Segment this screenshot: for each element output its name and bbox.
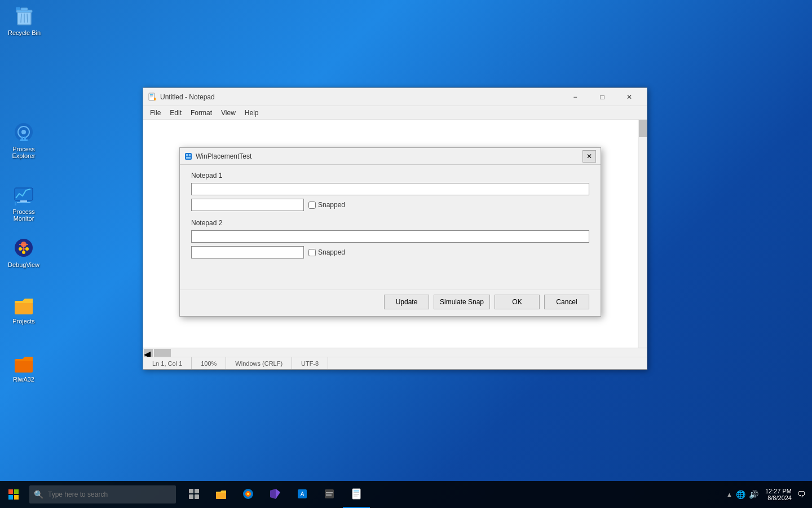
svg-point-23 <box>25 247 29 251</box>
svg-rect-30 <box>150 97 153 97</box>
menu-format[interactable]: Format <box>186 108 217 118</box>
taskbar-app6[interactable] <box>316 481 343 508</box>
notepad-menubar: File Edit Format View Help <box>143 106 647 120</box>
taskbar-task-view[interactable] <box>180 481 208 508</box>
rlwa32-icon[interactable]: RlwA32 <box>1 349 46 385</box>
scrollbar-thumb-h[interactable] <box>154 349 171 357</box>
svg-rect-31 <box>150 98 152 98</box>
debug-view-icon[interactable]: DebugView <box>1 234 46 270</box>
svg-rect-34 <box>186 154 188 156</box>
svg-rect-28 <box>150 94 153 95</box>
cancel-button[interactable]: Cancel <box>544 295 589 309</box>
svg-rect-59 <box>354 494 359 495</box>
notepad2-input1[interactable] <box>191 230 589 243</box>
svg-rect-60 <box>354 496 358 497</box>
menu-view[interactable]: View <box>217 108 240 118</box>
ok-button[interactable]: OK <box>495 295 540 309</box>
svg-point-24 <box>22 251 25 254</box>
taskbar-visual-studio[interactable] <box>262 481 289 508</box>
notepad-taskbar-icon <box>350 488 363 500</box>
svg-point-22 <box>19 247 22 251</box>
status-position: Ln 1, Col 1 <box>143 357 192 369</box>
menu-edit[interactable]: Edit <box>165 108 186 118</box>
notepad2-section: Notepad 2 Snapped <box>191 219 589 259</box>
start-button[interactable] <box>0 481 27 508</box>
system-clock[interactable]: 12:27 PM 8/8/2024 <box>765 488 792 501</box>
notepad1-label: Notepad 1 <box>191 172 589 179</box>
rlwa32-label: RlwA32 <box>13 376 34 383</box>
svg-rect-54 <box>326 492 333 493</box>
notepad2-row1 <box>191 230 589 243</box>
svg-rect-16 <box>15 202 16 205</box>
maximize-button[interactable]: □ <box>589 89 615 105</box>
svg-marker-50 <box>276 489 280 499</box>
task-view-icon <box>188 488 200 500</box>
notepad1-row1 <box>191 183 589 195</box>
menu-help[interactable]: Help <box>240 108 263 118</box>
status-zoom: 100% <box>192 357 226 369</box>
minimize-button[interactable]: − <box>562 89 588 105</box>
search-box[interactable]: 🔍 <box>29 485 176 503</box>
projects-icon[interactable]: Projects <box>1 291 46 327</box>
chevron-up-icon[interactable]: ▲ <box>726 491 732 498</box>
notepad2-input2[interactable] <box>191 246 304 259</box>
win-placement-dialog: WinPlacementTest ✕ Notepad 1 Snapped <box>179 147 601 317</box>
taskbar-app7[interactable] <box>343 481 370 508</box>
volume-icon[interactable]: 🔊 <box>749 490 758 499</box>
dialog-icon <box>184 152 192 160</box>
svg-rect-58 <box>354 492 359 493</box>
notification-icon[interactable]: 🗨 <box>797 490 805 499</box>
network-icon[interactable]: 🌐 <box>736 490 745 499</box>
notepad1-snapped-label[interactable]: Snapped <box>308 201 345 209</box>
svg-rect-38 <box>14 489 19 494</box>
notepad2-snapped-checkbox[interactable] <box>308 249 316 256</box>
dialog-close-button[interactable]: ✕ <box>582 150 596 163</box>
process-explorer-label: Process Explorer <box>3 146 44 159</box>
svg-rect-57 <box>354 491 359 492</box>
horizontal-scrollbar[interactable]: ◀ <box>143 348 647 357</box>
svg-rect-39 <box>8 495 13 500</box>
svg-rect-40 <box>14 495 19 500</box>
svg-rect-43 <box>189 494 193 499</box>
notepad1-input2[interactable] <box>191 199 304 211</box>
taskbar-file-explorer[interactable] <box>208 481 235 508</box>
simulate-snap-button[interactable]: Simulate Snap <box>434 295 490 309</box>
process-explorer-icon[interactable]: Process Explorer <box>1 119 46 161</box>
svg-rect-35 <box>189 154 191 156</box>
update-button[interactable]: Update <box>384 295 429 309</box>
clock-date: 8/8/2024 <box>767 494 792 501</box>
notepad2-snapped-text: Snapped <box>318 248 345 256</box>
notepad1-row2: Snapped <box>191 199 589 211</box>
system-tray-icons: ▲ 🌐 🔊 <box>726 490 758 499</box>
scrollbar-thumb-v[interactable] <box>639 120 647 137</box>
taskbar-firefox[interactable] <box>235 481 262 508</box>
vertical-scrollbar[interactable] <box>638 120 647 348</box>
close-button[interactable]: ✕ <box>616 89 642 105</box>
file-explorer-icon <box>215 488 227 500</box>
svg-rect-42 <box>195 489 199 493</box>
menu-file[interactable]: File <box>145 108 165 118</box>
notepad1-snapped-text: Snapped <box>318 201 345 209</box>
visual-studio-icon <box>269 488 281 500</box>
notepad1-input1[interactable] <box>191 183 589 195</box>
svg-point-48 <box>247 493 249 495</box>
clock-time: 12:27 PM <box>765 488 792 494</box>
projects-image <box>12 293 35 316</box>
process-monitor-image <box>12 183 35 206</box>
scroll-left-btn[interactable]: ◀ <box>144 349 153 357</box>
taskbar-app5[interactable]: A <box>289 481 316 508</box>
dialog-titlebar: WinPlacementTest ✕ <box>180 148 601 165</box>
svg-text:A: A <box>301 491 304 497</box>
debug-view-image <box>12 237 35 259</box>
dialog-buttons: Update Simulate Snap OK Cancel <box>180 290 601 316</box>
svg-line-5 <box>27 14 28 23</box>
svg-rect-29 <box>150 95 153 96</box>
recycle-bin-icon[interactable]: Recycle Bin <box>2 2 47 38</box>
notepad1-section: Notepad 1 Snapped <box>191 172 589 211</box>
process-monitor-icon[interactable]: Process Monitor <box>1 181 46 224</box>
dialog-title-area: WinPlacementTest <box>184 152 251 160</box>
recycle-bin-label: Recycle Bin <box>8 29 41 36</box>
search-input[interactable] <box>48 491 171 498</box>
notepad1-snapped-checkbox[interactable] <box>308 202 316 209</box>
notepad2-snapped-label[interactable]: Snapped <box>308 248 345 256</box>
